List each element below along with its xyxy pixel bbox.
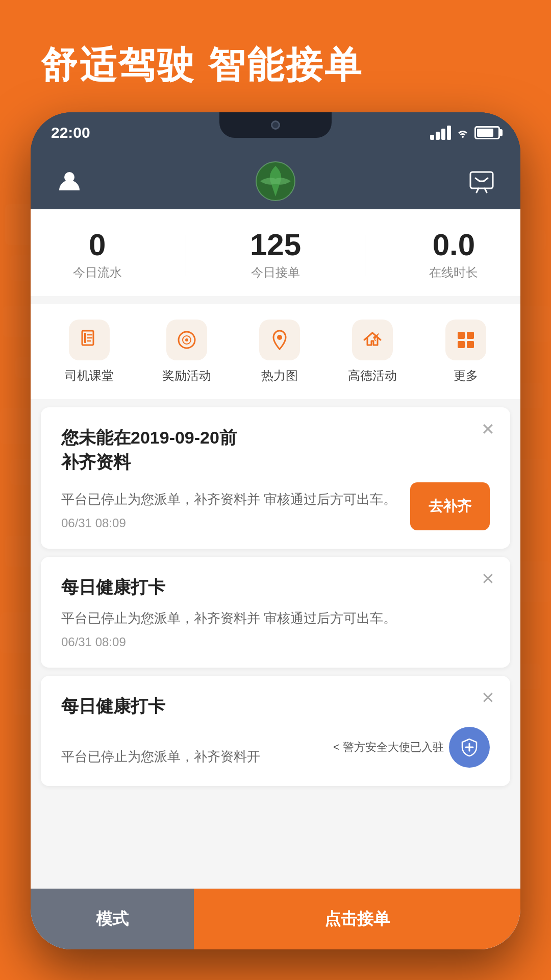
phone-frame: 22:00 xyxy=(31,112,520,949)
security-notice-area: < 警方安全大使已入驻 xyxy=(333,727,490,768)
stat-daily-orders: 125 今日接单 xyxy=(250,230,301,281)
status-time: 22:00 xyxy=(51,124,90,141)
page-title: 舒适驾驶 智能接单 xyxy=(41,41,363,90)
card-2-text: 平台已停止为您派单，补齐资料并 审核通过后方可出车。 06/31 08:09 xyxy=(61,608,490,650)
more-icon-wrap xyxy=(445,320,486,360)
menu-label-more: 更多 xyxy=(454,368,478,384)
phone-notch xyxy=(219,112,332,138)
card-2-close-button[interactable]: ✕ xyxy=(481,569,495,589)
stat-value-time: 0.0 xyxy=(429,230,478,260)
card-1-text: 平台已停止为您派单，补齐资料并 审核通过后方可出车。 06/31 08:09 xyxy=(61,489,400,531)
svg-rect-19 xyxy=(458,332,465,339)
stat-value-orders: 125 xyxy=(250,230,301,260)
card-2-title: 每日健康打卡 xyxy=(61,575,490,600)
menu-item-driver-class[interactable]: 司机课堂 xyxy=(65,320,114,384)
menu-item-more[interactable]: 更多 xyxy=(445,320,486,384)
notification-card-1: ✕ 您未能在2019-09-20前补齐资料 平台已停止为您派单，补齐资料并 审核… xyxy=(41,407,510,549)
stat-online-time: 0.0 在线时长 xyxy=(429,230,478,281)
driver-class-icon-wrap xyxy=(69,320,110,360)
bottom-bar: 模式 点击接单 xyxy=(31,888,520,949)
svg-point-16 xyxy=(185,338,188,341)
card-2-time: 06/31 08:09 xyxy=(61,635,490,649)
menu-label-rewards: 奖励活动 xyxy=(162,368,211,384)
menu-label-amap: 高德活动 xyxy=(348,368,397,384)
svg-rect-3 xyxy=(470,172,493,188)
wifi-icon xyxy=(455,127,470,139)
heatmap-icon-wrap xyxy=(259,320,300,360)
signal-icon xyxy=(430,126,451,140)
rewards-icon-wrap xyxy=(166,320,207,360)
profile-icon[interactable] xyxy=(56,168,83,194)
stat-value-flow: 0 xyxy=(73,230,122,260)
amap-icon-wrap xyxy=(352,320,393,360)
svg-rect-22 xyxy=(467,341,474,348)
menu-item-amap[interactable]: 高德活动 xyxy=(348,320,397,384)
notification-card-3: ✕ 每日健康打卡 平台已停止为您派单，补齐资料开 < 警方安全大使已入驻 xyxy=(41,676,510,786)
svg-point-17 xyxy=(277,335,282,340)
card-1-time: 06/31 08:09 xyxy=(61,516,400,530)
message-icon[interactable] xyxy=(468,168,495,194)
menu-item-heatmap[interactable]: 热力图 xyxy=(259,320,300,384)
stat-label-time: 在线时长 xyxy=(429,264,478,281)
card-1-close-button[interactable]: ✕ xyxy=(481,420,495,439)
security-button[interactable] xyxy=(449,727,490,768)
mode-button[interactable]: 模式 xyxy=(31,889,194,949)
menu-item-rewards[interactable]: 奖励活动 xyxy=(162,320,211,384)
notification-card-2: ✕ 每日健康打卡 平台已停止为您派单，补齐资料并 审核通过后方可出车。 06/3… xyxy=(41,557,510,668)
card-3-title: 每日健康打卡 xyxy=(61,694,490,719)
stat-label-flow: 今日流水 xyxy=(73,264,122,281)
svg-rect-20 xyxy=(467,332,474,339)
app-header xyxy=(31,153,520,209)
accept-order-button[interactable]: 点击接单 xyxy=(194,889,520,949)
svg-rect-21 xyxy=(458,341,465,348)
card-3-desc: 平台已停止为您派单，补齐资料开 xyxy=(61,746,333,768)
status-right-icons xyxy=(430,126,500,140)
card-1-desc: 平台已停止为您派单，补齐资料并 审核通过后方可出车。 xyxy=(61,489,400,510)
app-content: 0 今日流水 125 今日接单 0.0 在线时长 xyxy=(31,209,520,888)
app-logo xyxy=(255,161,296,202)
stats-row: 0 今日流水 125 今日接单 0.0 在线时长 xyxy=(31,209,520,296)
camera xyxy=(271,120,280,130)
stat-daily-flow: 0 今日流水 xyxy=(73,230,122,281)
card-3-text: 平台已停止为您派单，补齐资料开 xyxy=(61,746,333,768)
menu-grid: 司机课堂 奖励活动 xyxy=(31,304,520,399)
card-1-action-button[interactable]: 去补齐 xyxy=(410,482,490,530)
card-1-title: 您未能在2019-09-20前补齐资料 xyxy=(61,426,490,474)
menu-label-heatmap: 热力图 xyxy=(261,368,298,384)
card-3-close-button[interactable]: ✕ xyxy=(481,688,495,707)
card-2-desc: 平台已停止为您派单，补齐资料并 审核通过后方可出车。 xyxy=(61,608,490,629)
menu-label-driver-class: 司机课堂 xyxy=(65,368,114,384)
security-notice-text: < 警方安全大使已入驻 xyxy=(333,740,444,755)
battery-icon xyxy=(474,126,500,139)
stat-label-orders: 今日接单 xyxy=(250,264,301,281)
svg-rect-10 xyxy=(84,333,86,343)
